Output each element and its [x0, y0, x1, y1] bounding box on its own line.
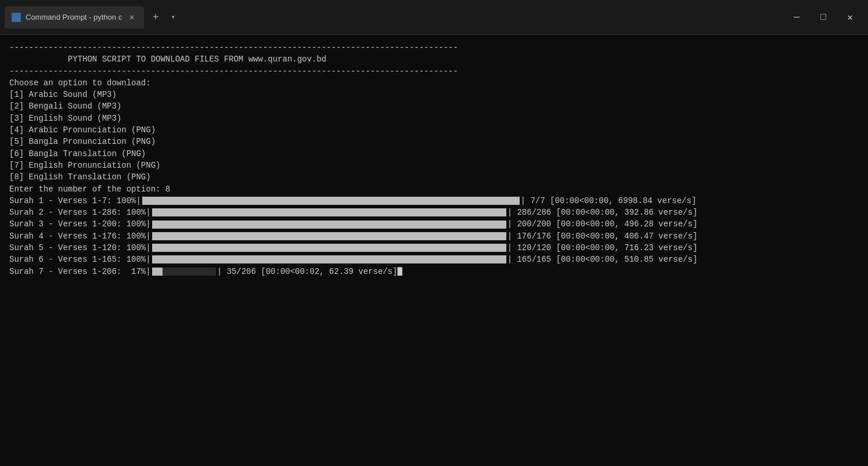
tab-icon: [12, 13, 21, 22]
progress-row: Surah 7 - Verses 1-206: 17%|| 35/206 [00…: [9, 266, 859, 277]
progress-prefix: Surah 6 - Verses 1-165: 100%|: [9, 254, 151, 265]
progress-bar: [152, 268, 216, 276]
progress-suffix: | 120/120 [00:00<00:00, 716.23 verse/s]: [507, 242, 698, 254]
window-controls: — □ ✕: [783, 7, 863, 28]
progress-prefix: Surah 1 - Verses 1-7: 100%|: [9, 195, 141, 207]
titlebar: Command Prompt - python c ✕ + ▾ — □ ✕: [0, 0, 868, 35]
term-line: ----------------------------------------…: [9, 42, 859, 53]
progress-bar: [152, 244, 506, 252]
term-line: ----------------------------------------…: [9, 66, 859, 77]
new-tab-button[interactable]: +: [146, 8, 165, 27]
term-line: [1] Arabic Sound (MP3): [9, 89, 859, 100]
progress-bar-fill: [142, 197, 520, 205]
progress-bar: [152, 208, 506, 216]
progress-row: Surah 4 - Verses 1-176: 100%|| 176/176 […: [9, 230, 859, 242]
progress-row: Surah 6 - Verses 1-165: 100%|| 165/165 […: [9, 254, 859, 265]
progress-bar-fill: [152, 208, 506, 216]
terminal-area[interactable]: ----------------------------------------…: [0, 35, 868, 466]
progress-bar-fill: [152, 268, 163, 276]
tab-area: Command Prompt - python c ✕ + ▾: [5, 0, 783, 34]
progress-suffix: | 7/7 [00:00<00:00, 6998.84 verse/s]: [521, 195, 696, 207]
term-line: [6] Bangla Translation (PNG): [9, 148, 859, 160]
progress-bar-fill: [152, 221, 506, 229]
progress-prefix: Surah 4 - Verses 1-176: 100%|: [9, 230, 151, 242]
close-button[interactable]: ✕: [837, 7, 863, 28]
term-line: PYTHON SCRIPT TO DOWNLOAD FILES FROM www…: [9, 53, 859, 65]
progress-bar: [152, 221, 506, 229]
progress-bar: [142, 197, 520, 205]
progress-prefix: Surah 7 - Verses 1-206: 17%|: [9, 266, 151, 277]
progress-bar-fill: [152, 244, 506, 252]
progress-bar-fill: [152, 232, 506, 240]
maximize-button[interactable]: □: [810, 7, 837, 28]
term-line: [7] English Pronunciation (PNG): [9, 160, 859, 171]
progress-bar-fill: [152, 255, 506, 263]
term-line: [4] Arabic Pronunciation (PNG): [9, 124, 859, 136]
progress-suffix: | 286/286 [00:00<00:00, 392.86 verse/s]: [507, 207, 698, 218]
progress-suffix: | 176/176 [00:00<00:00, 406.47 verse/s]: [507, 230, 698, 242]
term-line: [2] Bengali Sound (MP3): [9, 100, 859, 112]
progress-prefix: Surah 2 - Verses 1-286: 100%|: [9, 207, 151, 218]
term-line: [8] English Translation (PNG): [9, 171, 859, 183]
term-line: [3] English Sound (MP3): [9, 113, 859, 124]
progress-row: Surah 1 - Verses 1-7: 100%|| 7/7 [00:00<…: [9, 195, 859, 207]
minimize-button[interactable]: —: [783, 7, 810, 28]
tab-dropdown-button[interactable]: ▾: [165, 9, 181, 26]
term-line: Enter the number of the option: 8: [9, 183, 859, 195]
tab-title: Command Prompt - python c: [26, 13, 122, 21]
progress-row: Surah 3 - Verses 1-200: 100%|| 200/200 […: [9, 218, 859, 230]
progress-prefix: Surah 5 - Verses 1-120: 100%|: [9, 242, 151, 254]
progress-suffix: | 165/165 [00:00<00:00, 510.85 verse/s]: [507, 254, 698, 265]
progress-suffix: | 35/206 [00:00<00:02, 62.39 verse/s]█: [217, 266, 402, 277]
active-tab[interactable]: Command Prompt - python c ✕: [5, 6, 144, 28]
progress-prefix: Surah 3 - Verses 1-200: 100%|: [9, 218, 151, 230]
progress-row: Surah 5 - Verses 1-120: 100%|| 120/120 […: [9, 242, 859, 254]
progress-row: Surah 2 - Verses 1-286: 100%|| 286/286 […: [9, 207, 859, 218]
progress-bar: [152, 255, 506, 263]
term-line: [5] Bangla Pronunciation (PNG): [9, 136, 859, 147]
tab-close-button[interactable]: ✕: [127, 12, 137, 23]
progress-suffix: | 200/200 [00:00<00:00, 496.28 verse/s]: [507, 218, 698, 230]
progress-bar: [152, 232, 506, 240]
term-line: Choose an option to download:: [9, 77, 859, 89]
